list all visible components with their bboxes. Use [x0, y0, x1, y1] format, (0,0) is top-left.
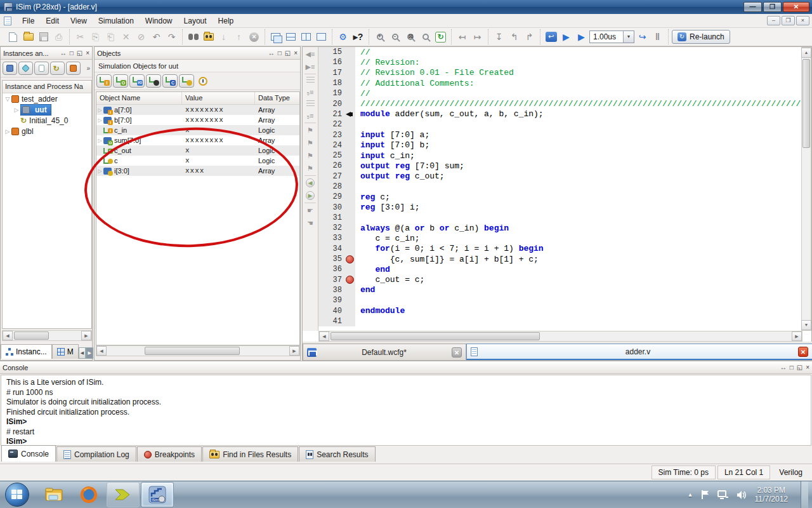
- float-icon[interactable]: ◱: [797, 364, 802, 371]
- expander-closed-icon[interactable]: ▷: [13, 107, 20, 113]
- table-row[interactable]: ▷ i[3:0] xxxx Array: [96, 166, 299, 176]
- network-icon[interactable]: [717, 490, 729, 500]
- nav-back-icon[interactable]: ◀: [306, 178, 315, 187]
- combo-dropdown-button[interactable]: ▼: [623, 31, 634, 43]
- tab-memory[interactable]: M: [52, 344, 79, 359]
- scroll-left-icon[interactable]: ◀: [96, 346, 107, 356]
- code-editor[interactable]: 15// 16// Revision: 17// Revision 0.01 -…: [318, 47, 802, 331]
- expander-closed-icon[interactable]: ▷: [96, 168, 103, 174]
- tab-close-icon[interactable]: ✕: [452, 347, 462, 358]
- tab-compilation-log[interactable]: Compilation Log: [56, 446, 136, 462]
- scroll-down-icon[interactable]: ▼: [801, 320, 811, 330]
- toolbar-overflow-chevron[interactable]: »: [86, 65, 90, 72]
- copy-button[interactable]: ⎘: [88, 30, 103, 44]
- close-icon[interactable]: ×: [806, 364, 809, 371]
- table-row[interactable]: ▷ I b[7:0] xxxxxxxx Array: [96, 115, 299, 125]
- zoom-fit-button[interactable]: ⊠: [403, 30, 417, 44]
- tab-close-icon[interactable]: ✕: [798, 347, 808, 357]
- clock-filter-button[interactable]: [195, 74, 211, 88]
- new-file-button[interactable]: [6, 30, 20, 44]
- tile-horizontal-button[interactable]: [284, 30, 298, 44]
- find-next-button[interactable]: ↓: [216, 30, 231, 44]
- filter-instances-button[interactable]: [3, 62, 17, 75]
- column-data-type[interactable]: Data Type: [255, 92, 299, 104]
- mdi-minimize-button[interactable]: –: [767, 16, 780, 25]
- save-button[interactable]: [36, 30, 51, 44]
- minimize-button[interactable]: —: [743, 2, 762, 12]
- filter-internal-button[interactable]: [146, 74, 161, 88]
- tree-item-glbl[interactable]: ▷ glbl: [3, 126, 91, 137]
- tab-instances[interactable]: Instanc...: [1, 344, 52, 359]
- table-row[interactable]: c x Logic: [96, 156, 299, 166]
- scroll-left-icon[interactable]: ◀: [319, 331, 329, 341]
- find-prev-button[interactable]: ↑: [232, 30, 246, 44]
- taskbar-isim-button[interactable]: ISim: [141, 482, 174, 507]
- tree-item-uut[interactable]: ▷ uut: [3, 104, 91, 115]
- expander-closed-icon[interactable]: ▷: [96, 138, 103, 144]
- maximize-icon[interactable]: □: [790, 364, 794, 371]
- bookmark-clear-icon[interactable]: ⚑: [305, 164, 315, 173]
- zoom-in-button[interactable]: +: [372, 30, 387, 44]
- pause-button[interactable]: ‖: [650, 30, 665, 44]
- open-file-button[interactable]: [21, 30, 36, 44]
- tile-vertical-button[interactable]: [299, 30, 313, 44]
- step-over-button[interactable]: ↰: [507, 30, 521, 44]
- tab-adder-v[interactable]: adder.v ✕: [466, 344, 812, 360]
- current-line-arrow-icon[interactable]: [344, 109, 355, 119]
- bookmark-prev-icon[interactable]: ⚑: [305, 151, 315, 160]
- menu-layout[interactable]: Layout: [178, 15, 213, 27]
- goto-end-icon[interactable]: ▶≡: [305, 62, 315, 71]
- tree-item-initial-45-0[interactable]: ↻ Initial_45_0: [3, 115, 91, 126]
- mdi-close-button[interactable]: ×: [796, 16, 809, 25]
- nav-forward-icon[interactable]: ▶: [306, 191, 315, 200]
- pan-hand-icon[interactable]: ☛: [305, 206, 315, 215]
- menu-window[interactable]: Window: [140, 15, 178, 27]
- restore-button[interactable]: ❐: [763, 2, 782, 12]
- expander-closed-icon[interactable]: ▷: [96, 117, 103, 123]
- editor-hscrollbar[interactable]: ◀ ▶: [318, 331, 802, 342]
- filter-variables-button[interactable]: [179, 74, 194, 88]
- taskbar-ise-button[interactable]: [107, 482, 140, 507]
- tab-console[interactable]: Console: [1, 445, 56, 462]
- filter-inouts-button[interactable]: I/O: [129, 74, 145, 88]
- goto-source-button[interactable]: ↤: [455, 30, 469, 44]
- tray-expand-icon[interactable]: ▲: [688, 491, 693, 498]
- menu-file[interactable]: File: [16, 15, 40, 27]
- layer-windows-button[interactable]: [314, 30, 329, 44]
- taskbar-clock[interactable]: 2:03 PM 11/7/2012: [755, 486, 789, 504]
- speaker-icon[interactable]: [737, 490, 747, 500]
- filter-constants-button[interactable]: C: [162, 74, 178, 88]
- tab-scroll-right-icon[interactable]: ▶: [86, 347, 93, 359]
- relaunch-button[interactable]: ↻ Re-launch: [672, 30, 730, 44]
- reload-button[interactable]: ↻: [433, 30, 448, 44]
- undock-icon[interactable]: ↔: [268, 50, 275, 57]
- close-button[interactable]: ✕: [783, 2, 809, 12]
- scroll-up-icon[interactable]: ▲: [801, 48, 811, 58]
- stop-button[interactable]: ✕: [247, 30, 261, 44]
- undock-icon[interactable]: ↔: [780, 364, 787, 371]
- menu-edit[interactable]: Edit: [40, 15, 65, 27]
- scroll-right-icon[interactable]: ▶: [289, 346, 299, 356]
- close-icon[interactable]: ×: [86, 50, 89, 57]
- table-row[interactable]: ▷ I a[7:0] xxxxxxxx Array: [96, 105, 299, 115]
- menu-help[interactable]: Help: [213, 15, 240, 27]
- expander-closed-icon[interactable]: ▷: [96, 107, 103, 113]
- paste-button[interactable]: ⎗: [103, 30, 118, 44]
- scroll-right-icon[interactable]: ▶: [81, 331, 91, 340]
- tab-find-in-files-results[interactable]: Find in Files Results: [202, 446, 298, 462]
- show-desktop-button[interactable]: [801, 481, 808, 508]
- expander-open-icon[interactable]: ▽: [4, 96, 11, 102]
- find-in-files-button[interactable]: [201, 30, 216, 44]
- taskbar-explorer-button[interactable]: [38, 482, 71, 507]
- table-row[interactable]: ▷ O sum[7:0] xxxxxxxx Array: [96, 135, 299, 145]
- show-lines-icon[interactable]: [306, 100, 315, 107]
- menu-simulation[interactable]: Simulation: [93, 15, 140, 27]
- action-center-flag-icon[interactable]: [701, 490, 710, 500]
- filter-outputs-button[interactable]: O: [113, 74, 128, 88]
- maximize-icon[interactable]: □: [70, 50, 74, 57]
- filter-source-button[interactable]: [34, 62, 49, 75]
- scroll-thumb[interactable]: [14, 331, 49, 340]
- scroll-thumb[interactable]: [331, 332, 540, 340]
- goto-line-icon[interactable]: [306, 77, 315, 84]
- float-icon[interactable]: ◱: [77, 50, 82, 57]
